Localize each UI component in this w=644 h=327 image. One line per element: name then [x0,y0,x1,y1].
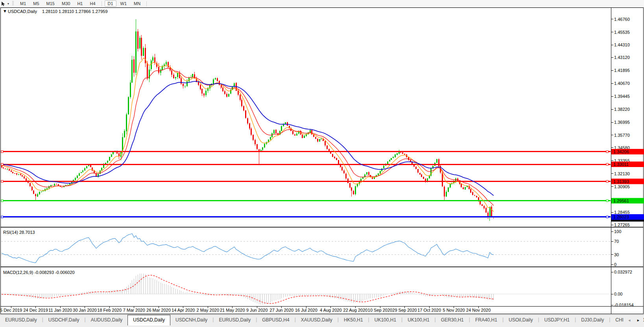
macd-label: MACD(12,26,9) -0.008293 -0.006020 [3,270,75,275]
tab-UK100-H1[interactable]: UK100,H1 [369,315,401,325]
symbol-tabs: EURUSD,Daily|USDCHF,Daily|AUDUSD,DailyUS… [0,315,644,325]
timeframe-button-D1[interactable]: D1 [105,0,116,7]
macd-signal-line [2,275,494,303]
rsi-line [2,233,494,263]
date-label: 17 Oct 2020 [417,308,441,312]
line-handle[interactable] [606,180,608,182]
chart-title-symbol: USDCAD,Daily [8,9,37,14]
horizontal-lines [1,152,611,218]
macd-axis-tick: 0.032972 [614,270,632,274]
toolbar-grip[interactable] [12,1,14,6]
date-label: 5 Nov 2020 [443,308,465,312]
timeframe-button-H1[interactable]: H1 [74,0,86,7]
rsi-axis-tick: 100 [614,229,621,234]
tab-USDJPY-H1[interactable]: USDJPY,H1 [539,315,575,325]
line-handle[interactable] [1,151,3,152]
tab-XAUUSD-Daily[interactable]: XAUUSD,Daily [296,315,338,325]
timeframe-button-M30[interactable]: M30 [59,0,73,7]
date-axis: 5 Dec 201924 Dec 201911 Jan 202030 Jan 2… [0,307,491,313]
date-label: 9 Jun 2020 [246,308,268,312]
date-label: 16 Jul 2020 [295,308,317,312]
date-label: 21 May 2020 [220,308,245,312]
tab-USDCHF-Daily[interactable]: USDCHF,Daily [43,315,85,325]
line-handle[interactable] [1,216,3,218]
timeframe-button-M5[interactable]: M5 [30,0,42,7]
chart-cursor-tool[interactable]: ▾ [0,1,10,6]
price-axis-tick: 1.41895 [614,68,630,73]
date-label: 24 Nov 2020 [466,308,491,312]
price-axis-tick: 1.28455 [614,210,630,215]
price-axis-tick: 1.32130 [614,171,630,176]
chart-canvas[interactable]: 1.467601.455351.443101.431201.418951.406… [0,0,644,314]
tab-AUDUSD-Daily[interactable]: AUDUSD,Daily [86,315,128,325]
rsi-axis-tick: 70 [614,239,619,244]
tab-DJ30-Daily[interactable]: DJ30,Daily [576,315,609,325]
price-tag: 1.31393 [613,179,629,184]
tab-HK50-H1[interactable]: HK50,H1 [339,315,368,325]
timeframe-button-M15[interactable]: M15 [43,0,58,7]
timeframe-button-M1[interactable]: M1 [17,0,29,7]
date-label: 7 Mar 2020 [123,308,145,312]
timeframe-buttons: M1M5M15M30H1H4D1W1MN [17,0,144,7]
date-label: 27 Jun 2020 [270,308,294,312]
toolbar-separator [146,1,147,6]
macd-axis-tick: -0.018154 [614,303,634,307]
date-label: 26 Mar 2020 [146,308,171,312]
price-tag: 1.29561 [613,198,629,203]
date-label: 5 Dec 2019 [0,308,22,312]
rsi-axis-tick: 30 [614,252,619,257]
price-axis-tick: 1.45535 [614,30,630,35]
tab-UK100-H1[interactable]: UK100,H1 [402,315,434,325]
macd-histogram [2,274,494,305]
price-tag: 1.28023 [613,215,629,219]
date-label: 10 Sep 2020 [368,308,392,312]
tab-USOil-Daily[interactable]: USOil,Daily [504,315,538,325]
price-tag: 1.34206 [613,149,629,154]
tab-GBPUSD-H4[interactable]: GBPUSD,H4 [257,315,294,325]
date-label: 4 Aug 2020 [320,308,342,312]
price-axis-tick: 1.27265 [614,222,630,227]
price-axis-tick: 1.36995 [614,120,630,125]
line-handle[interactable] [606,216,608,218]
price-axis-tick: 1.35770 [614,133,630,138]
chart-title-quotes: 1.28110 1.28110 1.27866 1.27959 [42,9,108,14]
date-label: 14 Apr 2020 [172,308,195,312]
date-label: 24 Dec 2019 [23,308,48,312]
tab-scroll-right-icon[interactable]: ► [637,318,640,322]
ma-line-14 [2,68,494,206]
ma-line-7 [2,58,494,211]
line-handle[interactable] [1,180,3,182]
date-label: 30 Jan 2020 [73,308,97,312]
price-tag: 1.33011 [613,162,629,167]
date-label: 11 Jan 2020 [48,308,72,312]
tab-EURUSD-Daily[interactable]: EURUSD,Daily [0,315,42,325]
tab-scroll-left-icon[interactable]: ◄ [627,318,631,322]
price-axis-tick: 1.44310 [614,42,630,47]
timeframe-button-H4[interactable]: H4 [87,0,98,7]
tab-USDCAD-Daily[interactable]: USDCAD,Daily [127,315,170,325]
tab-USDCNH-Daily[interactable]: USDCNH,Daily [170,315,212,325]
toolbar-separator [101,1,102,6]
macd-axis-tick: 0.00 [614,292,622,296]
cursor-tool-icon [1,1,6,6]
candles [1,19,495,221]
price-axis-tick: 1.43120 [614,55,630,60]
timeframe-button-W1[interactable]: W1 [117,0,130,7]
tab-scroll-arrows: ◄ ► [624,318,643,323]
line-handle[interactable] [1,200,3,202]
tab-EURUSD-Daily[interactable]: EURUSD,Daily [214,315,256,325]
date-label: 29 Sep 2020 [392,308,417,312]
top-toolbar: ▾ M1M5M15M30H1H4D1W1MN [0,0,644,7]
tab-GER30-H1[interactable]: GER30,H1 [436,315,469,325]
price-axis-tick: 1.30905 [614,184,630,189]
rsi-axis-tick: 0 [614,262,616,267]
line-handle[interactable] [1,164,3,165]
chart-frame [1,8,644,314]
tab-FRA40-H1[interactable]: FRA40,H1 [470,315,502,325]
chart-title-collapse-icon[interactable]: ▼ [3,9,7,13]
line-handle[interactable] [606,151,608,152]
line-handle[interactable] [606,200,608,202]
chevron-down-icon: ▾ [7,2,9,6]
line-handle[interactable] [606,164,608,165]
timeframe-button-MN[interactable]: MN [131,0,144,7]
